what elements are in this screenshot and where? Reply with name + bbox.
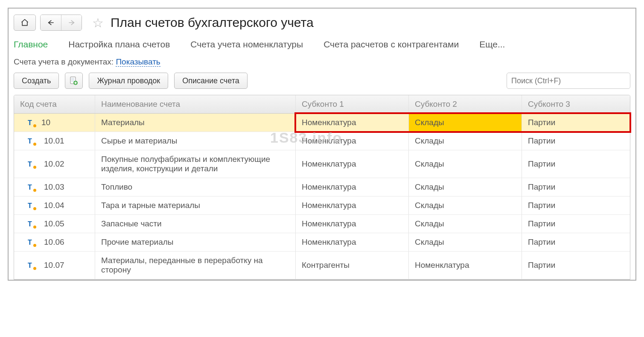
table-body: T10МатериалыНоменклатураСкладыПартииT10.… <box>14 114 630 279</box>
back-button[interactable] <box>41 15 61 30</box>
cell-code: T10.01 <box>14 132 95 150</box>
table-wrap: Код счетаНаименование счетаСубконто 1Суб… <box>14 95 630 280</box>
column-header-0[interactable]: Код счета <box>14 95 95 113</box>
cell-sub2: Склады <box>409 132 522 150</box>
account-type-icon: T <box>28 137 35 145</box>
cell-sub1: Номенклатура <box>296 150 409 178</box>
code-text: 10 <box>41 118 50 127</box>
cell-sub1: Номенклатура <box>296 132 409 150</box>
accounts-table: Код счетаНаименование счетаСубконто 1Суб… <box>14 95 630 280</box>
cell-name: Материалы, переданные в переработку на с… <box>95 252 296 279</box>
toolbar: Создать Журнал проводок Описание счета <box>14 73 630 95</box>
cell-sub2: Склады <box>409 150 522 178</box>
code-text: 10.01 <box>44 136 64 146</box>
table-row[interactable]: T10.07Материалы, переданные в переработк… <box>14 252 630 279</box>
cell-sub3: Партии <box>522 252 630 279</box>
cell-sub3: Партии <box>522 196 630 214</box>
cell-sub1: Номенклатура <box>296 215 409 233</box>
cell-code: T10.03 <box>14 178 95 196</box>
table-row[interactable]: T10.03ТопливоНоменклатураСкладыПартии <box>14 178 630 196</box>
cell-sub1: Номенклатура <box>296 178 409 196</box>
app-window: ☆ План счетов бухгалтерского учета Главн… <box>8 8 636 281</box>
code-text: 10.07 <box>44 261 64 270</box>
journal-button[interactable]: Журнал проводок <box>89 73 168 89</box>
column-header-3[interactable]: Субконто 2 <box>409 95 522 113</box>
tab-0[interactable]: Главное <box>14 39 48 50</box>
cell-sub3: Партии <box>522 132 630 150</box>
column-header-2[interactable]: Субконто 1 <box>296 95 409 113</box>
cell-name: Материалы <box>95 114 296 132</box>
account-type-icon: T <box>28 160 35 168</box>
cell-sub1: Номенклатура <box>296 233 409 251</box>
cell-code: T10 <box>14 114 95 132</box>
cell-sub1: Контрагенты <box>296 252 409 279</box>
cell-name: Запасные части <box>95 215 296 233</box>
table-header: Код счетаНаименование счетаСубконто 1Суб… <box>14 95 630 114</box>
cell-sub1: Номенклатура <box>296 114 409 132</box>
account-type-icon: T <box>28 261 35 269</box>
cell-sub2: Склады <box>409 196 522 214</box>
code-text: 10.04 <box>44 201 64 210</box>
cell-sub2: Номенклатура <box>409 252 522 279</box>
cell-code: T10.06 <box>14 233 95 251</box>
column-header-4[interactable]: Субконто 3 <box>522 95 630 113</box>
cell-sub3: Партии <box>522 114 630 132</box>
cell-name: Прочие материалы <box>95 233 296 251</box>
info-prefix: Счета учета в документах: <box>14 57 116 66</box>
code-text: 10.03 <box>44 182 64 192</box>
create-button[interactable]: Создать <box>14 73 59 89</box>
tab-2[interactable]: Счета учета номенклатуры <box>190 39 303 50</box>
cell-sub3: Партии <box>522 178 630 196</box>
search-input[interactable] <box>507 73 630 89</box>
document-add-icon <box>70 76 78 85</box>
cell-sub2: Склады <box>409 233 522 251</box>
tab-4[interactable]: Еще... <box>479 39 505 50</box>
cell-name: Тара и тарные материалы <box>95 196 296 214</box>
cell-sub1: Номенклатура <box>296 196 409 214</box>
cell-code: T10.04 <box>14 196 95 214</box>
column-header-1[interactable]: Наименование счета <box>95 95 296 113</box>
cell-code: T10.05 <box>14 215 95 233</box>
cell-sub3: Партии <box>522 215 630 233</box>
cell-code: T10.02 <box>14 150 95 178</box>
cell-name: Покупные полуфабрикаты и комплектующие и… <box>95 150 296 178</box>
cell-name: Топливо <box>95 178 296 196</box>
create-from-template-button[interactable] <box>65 73 83 89</box>
page-title: План счетов бухгалтерского учета <box>111 15 314 30</box>
table-row[interactable]: T10.01Сырье и материалыНоменклатураСклад… <box>14 132 630 150</box>
display-mode-link[interactable]: Показывать <box>116 57 160 67</box>
favorite-star-icon[interactable]: ☆ <box>92 15 104 30</box>
cell-sub3: Партии <box>522 150 630 178</box>
table-row[interactable]: T10.05Запасные частиНоменклатураСкладыПа… <box>14 215 630 233</box>
cell-sub3: Партии <box>522 233 630 251</box>
tab-3[interactable]: Счета расчетов с контрагентами <box>323 39 459 50</box>
account-type-icon: T <box>28 202 35 209</box>
cell-code: T10.07 <box>14 252 95 279</box>
table-row[interactable]: T10.06Прочие материалыНоменклатураСклады… <box>14 233 630 252</box>
accounts-display-mode: Счета учета в документах: Показывать <box>14 57 630 73</box>
account-type-icon: T <box>28 220 35 228</box>
tabs: ГлавноеНастройка плана счетовСчета учета… <box>14 37 630 57</box>
forward-button[interactable] <box>61 15 82 30</box>
titlebar: ☆ План счетов бухгалтерского учета <box>14 13 630 37</box>
account-type-icon: T <box>28 183 35 191</box>
home-button[interactable] <box>14 15 36 31</box>
account-type-icon: T <box>28 119 35 126</box>
describe-account-button[interactable]: Описание счета <box>174 73 247 89</box>
table-row[interactable]: T10МатериалыНоменклатураСкладыПартии <box>14 114 630 132</box>
cell-sub2: Склады <box>409 114 522 132</box>
cell-name: Сырье и материалы <box>95 132 296 150</box>
cell-sub2: Склады <box>409 215 522 233</box>
code-text: 10.02 <box>44 159 64 169</box>
table-row[interactable]: T10.02Покупные полуфабрикаты и комплекту… <box>14 150 630 178</box>
tab-1[interactable]: Настройка плана счетов <box>68 39 170 50</box>
nav-history-group <box>40 15 82 31</box>
code-text: 10.06 <box>44 237 64 247</box>
table-row[interactable]: T10.04Тара и тарные материалыНоменклатур… <box>14 196 630 215</box>
account-type-icon: T <box>28 238 35 246</box>
cell-sub2: Склады <box>409 178 522 196</box>
code-text: 10.05 <box>44 219 64 229</box>
